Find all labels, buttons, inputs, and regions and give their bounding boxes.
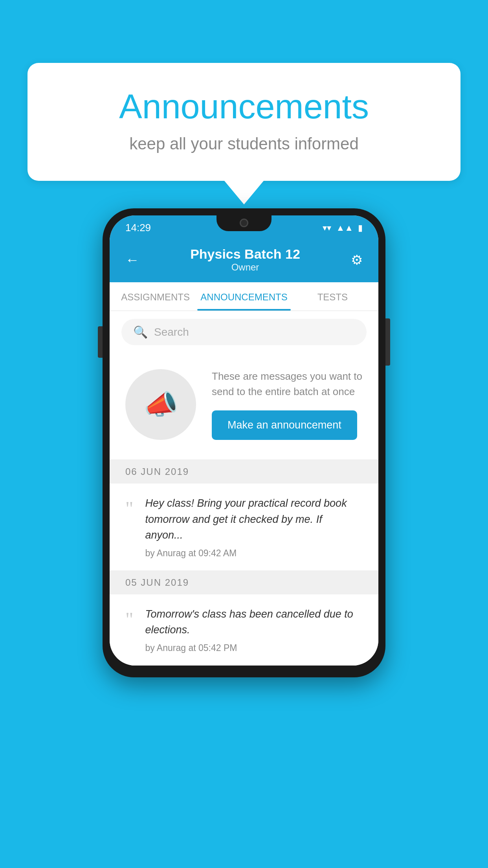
back-button[interactable]: ← [125, 252, 139, 268]
make-announcement-button[interactable]: Make an announcement [212, 410, 357, 440]
megaphone-icon: 📣 [144, 388, 178, 421]
announcement-item-1[interactable]: " Hey class! Bring your practical record… [110, 484, 378, 571]
tab-tests[interactable]: TESTS [291, 282, 374, 311]
header-subtitle: Owner [190, 262, 300, 273]
announcement-meta-1: by Anurag at 09:42 AM [145, 548, 363, 559]
settings-button[interactable]: ⚙ [351, 252, 363, 268]
date-separator-1: 06 JUN 2019 [110, 460, 378, 484]
announcement-right: These are messages you want to send to t… [212, 369, 363, 440]
speech-bubble-title: Announcements [59, 86, 429, 127]
status-icons: ▾▾ ▲▲ ▮ [323, 223, 363, 233]
announcement-text-2: Tomorrow's class has been cancelled due … [145, 606, 363, 638]
speech-bubble-subtitle: keep all your students informed [59, 134, 429, 153]
search-icon: 🔍 [133, 325, 148, 339]
phone-screen: 14:29 ▾▾ ▲▲ ▮ ← Physics Batch 12 Owner ⚙ [110, 215, 378, 666]
megaphone-circle: 📣 [125, 369, 196, 440]
tab-bar: ASSIGNMENTS ANNOUNCEMENTS TESTS [110, 282, 378, 311]
announcement-content-1: Hey class! Bring your practical record b… [145, 495, 363, 559]
header-title: Physics Batch 12 [190, 246, 300, 262]
signal-icon: ▲▲ [336, 223, 353, 233]
tab-assignments[interactable]: ASSIGNMENTS [114, 282, 197, 311]
speech-bubble-container: Announcements keep all your students inf… [28, 63, 460, 204]
date-label-2: 05 JUN 2019 [125, 577, 189, 588]
phone-notch [216, 215, 272, 231]
announcement-text-1: Hey class! Bring your practical record b… [145, 495, 363, 543]
wifi-icon: ▾▾ [323, 223, 331, 233]
search-section: 🔍 Search [110, 311, 378, 353]
announcement-intro: 📣 These are messages you want to send to… [110, 353, 378, 460]
quote-icon-1: " [125, 498, 133, 518]
phone-body: 14:29 ▾▾ ▲▲ ▮ ← Physics Batch 12 Owner ⚙ [103, 208, 385, 677]
announcement-meta-2: by Anurag at 05:42 PM [145, 643, 363, 653]
quote-icon-2: " [125, 609, 133, 629]
status-time: 14:29 [125, 222, 151, 234]
announcement-item-2[interactable]: " Tomorrow's class has been cancelled du… [110, 594, 378, 666]
search-box[interactable]: 🔍 Search [121, 319, 367, 345]
app-header: ← Physics Batch 12 Owner ⚙ [110, 239, 378, 282]
announcement-description: These are messages you want to send to t… [212, 369, 363, 399]
speech-bubble-arrow [224, 181, 264, 204]
speech-bubble: Announcements keep all your students inf… [28, 63, 460, 181]
announcement-content-2: Tomorrow's class has been cancelled due … [145, 606, 363, 653]
header-center: Physics Batch 12 Owner [190, 246, 300, 273]
search-placeholder: Search [154, 326, 189, 338]
camera-icon [240, 219, 248, 227]
phone-mockup: 14:29 ▾▾ ▲▲ ▮ ← Physics Batch 12 Owner ⚙ [103, 208, 385, 677]
battery-icon: ▮ [358, 223, 363, 233]
date-label-1: 06 JUN 2019 [125, 466, 189, 477]
date-separator-2: 05 JUN 2019 [110, 571, 378, 594]
tab-announcements[interactable]: ANNOUNCEMENTS [197, 282, 290, 311]
